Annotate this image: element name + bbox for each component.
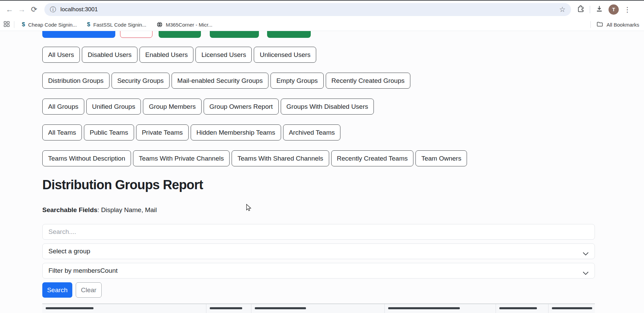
filter-button-all-teams[interactable]: All Teams [42,124,82,140]
filter-button-recently-created-groups[interactable]: Recently Created Groups [326,73,410,89]
clipped-header-text [255,307,306,309]
table-header-cell [42,304,206,313]
chevron-down-icon [583,250,589,257]
table-header-cell [548,304,595,313]
group-select[interactable]: Select a group [42,243,595,259]
page-content: All UsersDisabled UsersEnabled UsersLice… [0,31,644,313]
filter-button-unlicensed-users[interactable]: Unlicensed Users [254,47,316,63]
bookmarks-divider [590,21,591,28]
download-icon[interactable] [595,5,603,14]
filter-button-enabled-users[interactable]: Enabled Users [140,47,194,63]
filter-button-row: Teams Without DescriptionTeams With Priv… [42,150,644,166]
address-bar[interactable]: ⓘ localhost:3001 ☆ [44,3,571,16]
table-header-cell [206,304,251,313]
filter-button-disabled-users[interactable]: Disabled Users [82,47,137,63]
filter-button-mail-enabled-security-groups[interactable]: Mail-enabled Security Groups [172,73,268,89]
form-actions: Search Clear [42,282,644,298]
bookmark-star-icon[interactable]: ☆ [559,5,566,14]
filter-button-public-teams[interactable]: Public Teams [84,124,134,140]
bookmarks-bar: $Cheap Code Signin...$FastSSL Code Signi… [0,18,644,31]
filter-button-private-teams[interactable]: Private Teams [136,124,189,140]
toolbar-divider [590,6,590,13]
search-button[interactable]: Search [42,282,72,298]
forward-icon[interactable]: → [16,3,28,16]
clipped-header-text [388,307,460,309]
table-header-cell [385,304,496,313]
clear-button[interactable]: Clear [76,282,102,298]
filter-button-recently-created-teams[interactable]: Recently Created Teams [331,150,414,166]
filter-button-teams-with-private-channels[interactable]: Teams With Private Channels [133,150,230,166]
bookmark-item[interactable]: $FastSSL Code Signin... [87,21,146,28]
filter-button-teams-with-shared-channels[interactable]: Teams With Shared Channels [232,150,329,166]
dollar-icon: $ [87,21,90,28]
filter-button-hidden-membership-teams[interactable]: Hidden Membership Teams [191,124,281,140]
searchable-fields-line: Searchable Fields: Display Name, Mail [42,206,644,214]
filter-button-empty-groups[interactable]: Empty Groups [270,73,323,89]
filter-button-groups-with-disabled-users[interactable]: Groups With Disabled Users [281,99,374,115]
clipped-header-text [552,307,592,309]
clipped-header-text [46,307,93,309]
dollar-icon: $ [22,21,25,28]
filter-button-all-users[interactable]: All Users [42,47,80,63]
partial-button-filled-1e8a4f[interactable] [267,31,311,38]
partial-button-outline-dc3545[interactable] [120,31,152,38]
filter-button-team-owners[interactable]: Team Owners [415,150,467,166]
mouse-cursor [245,204,252,211]
all-bookmarks-label: All Bookmarks [606,22,639,28]
searchable-fields-value: : Display Name, Mail [98,206,157,213]
searchable-fields-label: Searchable Fields [42,206,98,213]
menu-icon[interactable]: ⋮ [624,5,631,14]
filter-button-archived-teams[interactable]: Archived Teams [283,124,341,140]
info-icon[interactable]: ⓘ [50,5,56,14]
filter-button-licensed-users[interactable]: Licensed Users [195,47,252,63]
filter-button-distribution-groups[interactable]: Distribution Groups [42,73,109,89]
bookmark-label: M365Corner - Micr... [166,22,213,28]
bookmark-item[interactable]: $Cheap Code Signin... [22,21,77,28]
back-icon[interactable]: ← [3,3,16,16]
filter-button-row: All TeamsPublic TeamsPrivate TeamsHidden… [42,124,644,140]
filter-button-row: All GroupsUnified GroupsGroup MembersGro… [42,99,644,115]
members-count-select[interactable]: Filter by membersCount [42,263,595,279]
filter-button-all-groups[interactable]: All Groups [42,99,84,115]
clipped-header-text [499,307,537,309]
results-table-header [42,303,595,313]
filter-button-security-groups[interactable]: Security Groups [112,73,170,89]
filter-button-unified-groups[interactable]: Unified Groups [86,99,141,115]
group-select-value: Select a group [48,248,90,255]
filter-button-rows: All UsersDisabled UsersEnabled UsersLice… [42,47,644,166]
all-bookmarks[interactable]: All Bookmarks [590,21,639,29]
extensions-icon[interactable] [576,5,585,14]
filter-button-row: All UsersDisabled UsersEnabled UsersLice… [42,47,644,63]
table-header-cell [251,304,385,313]
filter-button-row: Distribution GroupsSecurity GroupsMail-e… [42,73,644,89]
members-count-select-value: Filter by membersCount [48,267,118,274]
partial-buttons-row [42,31,644,38]
globe-icon [157,21,163,28]
filter-button-group-owners-report[interactable]: Group Owners Report [204,99,279,115]
partial-button-filled-1e8a4f[interactable] [210,31,259,38]
clipped-header-text [210,307,242,309]
search-input[interactable] [42,224,595,240]
apps-grid-icon[interactable] [3,21,10,28]
filter-button-teams-without-description[interactable]: Teams Without Description [42,150,131,166]
browser-window: ← → ⟳ ⓘ localhost:3001 ☆ T ⋮ $Cheap Code… [0,0,644,313]
folder-icon [596,21,603,29]
browser-toolbar: ← → ⟳ ⓘ localhost:3001 ☆ T ⋮ [0,1,644,18]
table-header-cell [496,304,548,313]
url-text[interactable]: localhost:3001 [60,6,98,13]
filter-button-group-members[interactable]: Group Members [143,99,201,115]
reload-icon[interactable]: ⟳ [28,3,40,16]
toolbar-right: T ⋮ [576,4,631,15]
page-title: Distribution Groups Report [42,178,644,192]
bookmark-items: $Cheap Code Signin...$FastSSL Code Signi… [14,21,213,28]
bookmark-item[interactable]: M365Corner - Micr... [157,21,213,28]
bookmark-label: FastSSL Code Signin... [93,22,146,28]
partial-button-filled-1e8a4f[interactable] [159,31,201,38]
partial-button-filled-1b6ef3[interactable] [42,31,115,38]
avatar[interactable]: T [609,4,619,15]
bookmark-label: Cheap Code Signin... [28,22,77,28]
chevron-down-icon [583,269,589,277]
